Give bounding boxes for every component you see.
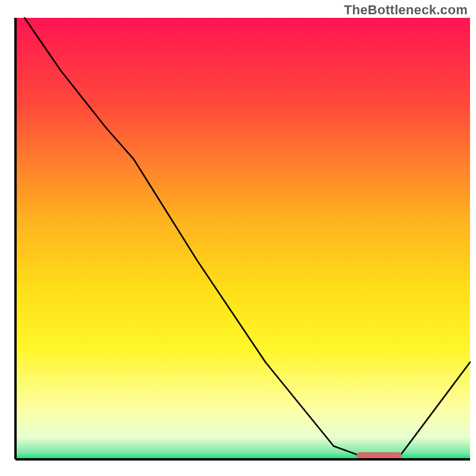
chart-container: { "watermark": "TheBottleneck.com", "cha…	[0, 0, 476, 476]
watermark-text: TheBottleneck.com	[344, 2, 468, 18]
plot-area	[15, 18, 470, 459]
gradient-background	[15, 18, 470, 459]
bottleneck-chart	[0, 0, 476, 476]
